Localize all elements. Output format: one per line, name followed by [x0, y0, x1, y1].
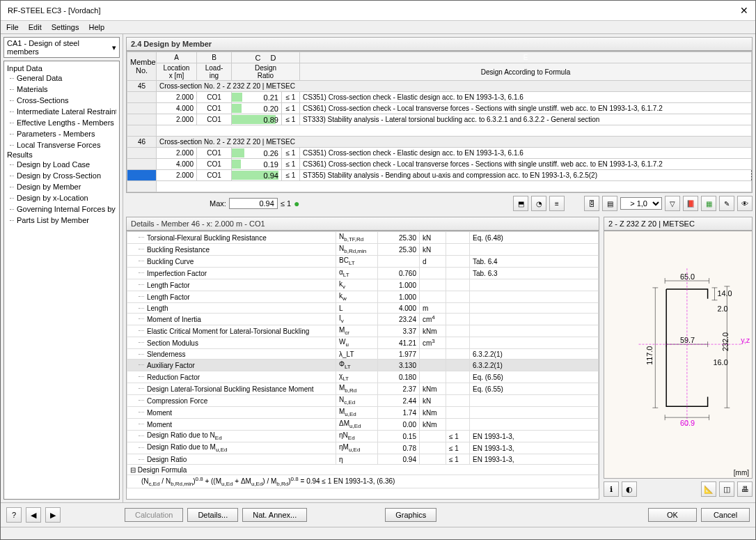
menu-help[interactable]: Help — [88, 23, 104, 31]
tree-dblc[interactable]: Design by Load Case — [7, 159, 116, 170]
titlebar: RF-STEEL EC3 - [Vordach] ✕ — [1, 1, 755, 21]
tree-dbcs[interactable]: Design by Cross-Section — [7, 170, 116, 181]
tree-eff-lengths[interactable]: Effective Lengths - Members — [7, 117, 116, 128]
tree-general-data[interactable]: General Data — [7, 72, 116, 84]
svg-text:2.0: 2.0 — [717, 304, 727, 313]
col-b: B — [197, 52, 232, 63]
info-icon[interactable]: ℹ — [604, 481, 619, 497]
svg-text:117.0: 117.0 — [645, 346, 654, 365]
window-title: RF-STEEL EC3 - [Vordach] — [8, 6, 100, 15]
menubar: File Edit Settings Help — [1, 21, 755, 34]
status-bar — [1, 527, 755, 539]
col-c: C D — [232, 52, 300, 63]
col-e: E — [300, 52, 752, 63]
relations-icon[interactable]: 🗄 — [584, 196, 599, 211]
tree-dbm[interactable]: Design by Member — [7, 181, 116, 192]
help-icon[interactable]: ? — [6, 507, 22, 523]
annex-button[interactable]: Nat. Annex... — [242, 508, 307, 522]
tool-icon-1[interactable]: ⬒ — [513, 196, 528, 211]
hdr-formula: Design According to Formula — [300, 63, 752, 81]
svg-text:59.7: 59.7 — [680, 336, 695, 344]
axes-icon[interactable]: 📐 — [701, 481, 716, 497]
tree-gif[interactable]: Governing Internal Forces by M — [7, 203, 116, 215]
hdr-loc: Location x [m] — [157, 63, 197, 81]
pick-icon[interactable]: ✎ — [719, 196, 734, 211]
preview-title: 2 - Z 232 Z 20 | METSEC — [604, 217, 753, 231]
details-header: Details - Member 46 - x: 2.000 m - CO1 — [126, 217, 599, 231]
tree-plm[interactable]: Parts List by Member — [7, 215, 116, 226]
nav-tree: Input Data General Data Materials Cross-… — [3, 61, 120, 500]
section-title: 2.4 Design by Member — [126, 37, 753, 51]
tool-icon-3[interactable]: ≡ — [549, 196, 565, 211]
case-dropdown-label: CA1 - Design of steel members — [7, 39, 112, 56]
group-46: Cross-section No. 2 - Z 232 Z 20 | METSE… — [157, 137, 752, 148]
preview-unit: [mm] — [734, 469, 749, 477]
svg-text:y,z: y,z — [741, 336, 750, 344]
chevron-down-icon: ▾ — [112, 43, 116, 52]
check-ok-icon: ● — [294, 198, 299, 209]
details-table[interactable]: Torsional-Flexural Buckling ResistanceNb… — [126, 231, 599, 500]
results-grid[interactable]: Member No. A B C D E Location x [m] Load… — [126, 51, 753, 193]
prev-icon[interactable]: ◀ — [26, 507, 41, 523]
cancel-button[interactable]: Cancel — [701, 508, 750, 522]
svg-text:232.0: 232.0 — [721, 332, 730, 351]
menu-edit[interactable]: Edit — [29, 23, 42, 31]
cross-section-preview: 65.0 14.0 2.0 232.0 117.0 59.7 16.0 — [604, 231, 753, 479]
pear-icon[interactable]: ◐ — [622, 481, 637, 497]
max-check: ≤ 1 — [281, 199, 291, 208]
scale-select[interactable]: > 1,0 — [620, 197, 662, 210]
svg-text:65.0: 65.0 — [680, 272, 695, 281]
col-member: Member No. — [130, 58, 157, 75]
tool-icon-2[interactable]: ◔ — [531, 196, 546, 211]
tree-parameters[interactable]: Parameters - Members — [7, 128, 116, 139]
tree-results-title[interactable]: Results — [7, 151, 116, 159]
ok-button[interactable]: OK — [648, 508, 697, 522]
next-icon[interactable]: ▶ — [45, 507, 61, 523]
case-dropdown[interactable]: CA1 - Design of steel members ▾ — [3, 37, 120, 58]
svg-text:14.0: 14.0 — [717, 289, 732, 298]
details-button[interactable]: Details... — [187, 508, 238, 522]
sort-icon[interactable]: ▤ — [602, 196, 617, 211]
tree-cross-sections[interactable]: Cross-Sections — [7, 95, 116, 106]
book-icon[interactable]: 📕 — [683, 196, 698, 211]
svg-text:16.0: 16.0 — [714, 358, 728, 367]
max-label: Max: — [210, 199, 226, 208]
tree-ltf[interactable]: Local Transverse Forces — [7, 139, 116, 151]
col-a: A — [157, 52, 197, 63]
tree-dbx[interactable]: Design by x-Location — [7, 192, 116, 203]
tree-ilr[interactable]: Intermediate Lateral Restraints — [7, 106, 116, 117]
hdr-load: Load- ing — [197, 63, 232, 81]
menu-file[interactable]: File — [6, 23, 19, 31]
graphics-button[interactable]: Graphics — [385, 508, 436, 522]
tree-input-title[interactable]: Input Data — [7, 64, 116, 72]
close-icon[interactable]: ✕ — [740, 5, 748, 16]
filter-icon[interactable]: ▽ — [665, 196, 680, 211]
tree-materials[interactable]: Materials — [7, 84, 116, 95]
excel-icon[interactable]: ▦ — [701, 196, 716, 211]
svg-text:60.9: 60.9 — [680, 419, 695, 427]
max-value: 0.94 — [229, 198, 278, 209]
calc-button[interactable]: Calculation — [125, 508, 183, 522]
menu-settings[interactable]: Settings — [52, 23, 79, 31]
eye-icon[interactable]: 👁 — [737, 196, 753, 211]
hdr-design: Design Ratio — [232, 63, 300, 81]
frame-icon[interactable]: ◫ — [719, 481, 734, 497]
print-icon[interactable]: 🖶 — [737, 481, 753, 497]
group-45: Cross-section No. 2 - Z 232 Z 20 | METSE… — [157, 81, 752, 92]
